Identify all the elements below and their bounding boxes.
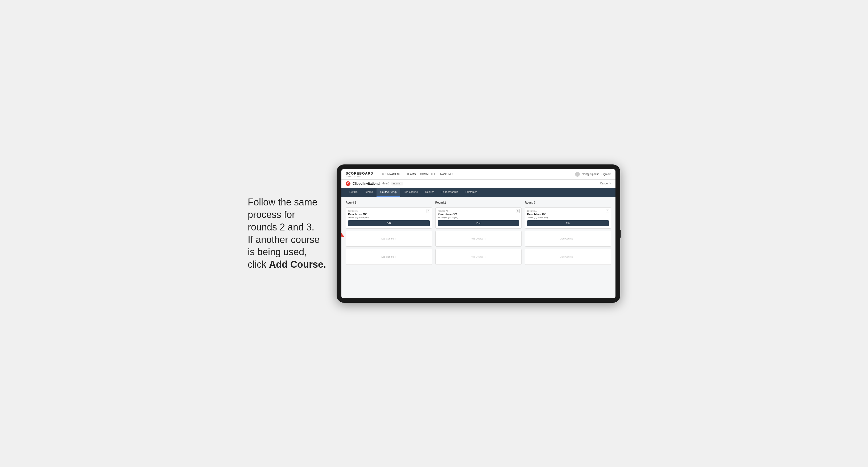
instruction-line2: process for (248, 209, 295, 220)
logo-sub: Powered by clippd (346, 175, 373, 177)
sub-header: C Clippd Invitational (Men) Hosting Canc… (341, 180, 616, 188)
logo-scoreboard: SCOREBOARD (346, 172, 373, 175)
round-1-add-course-1-label: Add Course + (381, 237, 397, 240)
tabs-bar: Details Teams Course Setup Tee Groups Re… (341, 188, 616, 197)
round-3-course-detail: Yellow (M) (6629 yds) (527, 216, 609, 219)
add-course-plus-icon: + (395, 237, 397, 240)
round-2-title: Round 2 (435, 201, 522, 204)
tournament-gender: (Men) (382, 182, 389, 185)
instruction-text: Follow the same process for rounds 2 and… (248, 196, 326, 271)
round-3-column: Round 3 ✕ (Course A) Peachtree GC Yellow… (525, 201, 611, 265)
clippd-logo: C (346, 181, 350, 186)
round-2-delete-button[interactable]: ✕ (516, 209, 520, 213)
instruction-line6-prefix: click (248, 259, 269, 270)
instruction-line6-bold: Add Course. (269, 259, 326, 270)
round-3-add-course-2-label: Add Course + (560, 255, 576, 258)
logo-area: SCOREBOARD Powered by clippd (346, 172, 373, 177)
nav-tournaments[interactable]: TOURNAMENTS (382, 172, 402, 177)
round-2-add-course-2: Add Course + (435, 249, 522, 265)
main-content: Round 1 ✕ (Course A) Peachtree GC Yellow… (341, 197, 616, 298)
round-2-edit-button[interactable]: Edit (438, 220, 519, 226)
tab-printables[interactable]: Printables (462, 188, 481, 197)
round-2-plus-1: + (485, 237, 486, 240)
round-1-edit-button[interactable]: Edit (348, 220, 430, 226)
round-3-add-course-2: Add Course + (525, 249, 611, 265)
tablet-frame: SCOREBOARD Powered by clippd TOURNAMENTS… (337, 164, 620, 303)
round-2-course-name: Peachtree GC (438, 213, 519, 216)
tab-teams[interactable]: Teams (361, 188, 376, 197)
hosting-badge: Hosting (392, 182, 403, 185)
round-2-column: Round 2 ✕ (Course A) Peachtree GC Yellow… (435, 201, 522, 265)
instruction-line5: is being used, (248, 246, 307, 257)
round-1-title: Round 1 (346, 201, 432, 204)
nav-rankings[interactable]: RANKINGS (440, 172, 454, 177)
round-2-course-detail: Yellow (M) (6629 yds) (438, 216, 519, 219)
top-nav: SCOREBOARD Powered by clippd TOURNAMENTS… (341, 169, 616, 180)
round-2-add-course-1-label: Add Course + (471, 237, 486, 240)
round-3-add-course-1-label: Add Course + (560, 237, 576, 240)
round-1-course-label: (Course A) (348, 210, 430, 212)
round-2-course-card: ✕ (Course A) Peachtree GC Yellow (M) (66… (435, 207, 522, 228)
round-1-course-detail: Yellow (M) (6629 yds) (348, 216, 430, 219)
tab-course-setup[interactable]: Course Setup (376, 188, 400, 197)
nav-links: TOURNAMENTS TEAMS COMMITTEE RANKINGS (382, 172, 569, 177)
round-3-plus-2: + (574, 255, 576, 258)
tab-details[interactable]: Details (346, 188, 361, 197)
tournament-title-area: C Clippd Invitational (Men) Hosting (346, 181, 403, 186)
tab-leaderboards[interactable]: Leaderboards (438, 188, 462, 197)
round-3-edit-button[interactable]: Edit (527, 220, 609, 226)
round-3-add-course-1[interactable]: Add Course + (525, 231, 611, 247)
round-2-course-label: (Course A) (438, 210, 519, 212)
cancel-button[interactable]: Cancel ✕ (600, 182, 611, 185)
round-2-add-course-1[interactable]: Add Course + (435, 231, 522, 247)
nav-right: blair@clippd.io Sign out (575, 172, 611, 177)
round-3-course-card: ✕ (Course A) Peachtree GC Yellow (M) (66… (525, 207, 611, 228)
tournament-name: Clippd Invitational (352, 182, 380, 185)
instruction-line4: If another course (248, 234, 319, 245)
round-1-add-course-1[interactable]: Add Course + (346, 231, 432, 247)
round-3-course-label: (Course A) (527, 210, 609, 212)
instruction-line3: rounds 2 and 3. (248, 222, 314, 232)
add-course-plus-icon-2: + (395, 255, 397, 258)
round-3-plus-1: + (574, 237, 576, 240)
round-1-add-course-2[interactable]: Add Course + (346, 249, 432, 265)
user-email: blair@clippd.io (582, 173, 599, 176)
round-3-course-name: Peachtree GC (527, 213, 609, 216)
nav-teams[interactable]: TEAMS (407, 172, 416, 177)
tab-results[interactable]: Results (422, 188, 438, 197)
page-wrapper: Follow the same process for rounds 2 and… (248, 164, 620, 303)
rounds-grid: Round 1 ✕ (Course A) Peachtree GC Yellow… (346, 201, 611, 265)
round-2-plus-2: + (485, 255, 486, 258)
round-3-delete-button[interactable]: ✕ (606, 209, 609, 213)
tablet-screen: SCOREBOARD Powered by clippd TOURNAMENTS… (341, 169, 616, 298)
instruction-line1: Follow the same (248, 197, 317, 208)
sign-out-link[interactable]: Sign out (601, 173, 611, 176)
round-1-add-course-2-label: Add Course + (381, 255, 397, 258)
tablet-side-button (620, 230, 621, 238)
tab-tee-groups[interactable]: Tee Groups (400, 188, 422, 197)
round-2-add-course-2-label: Add Course + (471, 255, 486, 258)
round-1-delete-button[interactable]: ✕ (427, 209, 430, 213)
nav-committee[interactable]: COMMITTEE (420, 172, 436, 177)
round-1-course-name: Peachtree GC (348, 213, 430, 216)
round-1-course-card: ✕ (Course A) Peachtree GC Yellow (M) (66… (346, 207, 432, 228)
user-avatar (575, 172, 580, 177)
round-3-title: Round 3 (525, 201, 611, 204)
round-1-column: Round 1 ✕ (Course A) Peachtree GC Yellow… (346, 201, 432, 265)
